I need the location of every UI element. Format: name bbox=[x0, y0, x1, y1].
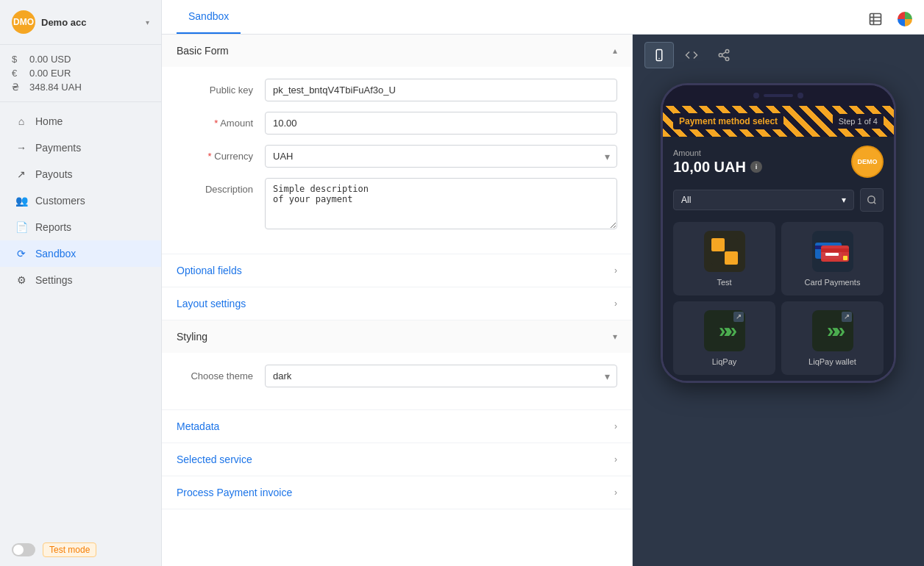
payment-method-label: Payment method select bbox=[673, 113, 783, 129]
account-avatar: DMO bbox=[12, 10, 35, 34]
process-payment-row[interactable]: Process Payment invoice › bbox=[162, 476, 632, 509]
top-right-icons bbox=[864, 7, 917, 31]
euro-icon: € bbox=[12, 68, 24, 79]
theme-select[interactable]: dark light bbox=[265, 365, 617, 387]
caret-right-icon-3: › bbox=[614, 421, 617, 431]
public-key-label: Public key bbox=[177, 79, 265, 96]
card-payments-icon bbox=[812, 231, 853, 272]
payment-card-test[interactable]: Test bbox=[673, 222, 775, 295]
svg-rect-17 bbox=[821, 248, 849, 252]
mobile-preview-button[interactable] bbox=[644, 42, 674, 68]
theme-select-wrapper: dark light bbox=[265, 365, 617, 387]
camera-icon bbox=[753, 93, 759, 98]
sidebar-item-reports[interactable]: 📄 Reports bbox=[0, 214, 161, 240]
sidebar-item-sandbox[interactable]: ⟳ Sandbox bbox=[0, 240, 161, 267]
svg-rect-11 bbox=[711, 251, 725, 265]
caret-right-icon: › bbox=[614, 265, 617, 276]
test-squares-icon bbox=[708, 235, 741, 268]
currency-label: * Currency bbox=[177, 145, 265, 162]
top-tabs: Sandbox bbox=[162, 0, 924, 35]
sidebar-item-home[interactable]: ⌂ Home bbox=[0, 108, 161, 135]
sidebar-item-settings[interactable]: ⚙ Settings bbox=[0, 267, 161, 293]
styling-header[interactable]: Styling ▾ bbox=[162, 320, 632, 353]
svg-point-2 bbox=[725, 50, 729, 54]
sidebar-item-payments-label: Payments bbox=[35, 142, 81, 154]
sidebar-item-reports-label: Reports bbox=[35, 221, 71, 233]
sidebar-item-payouts-label: Payouts bbox=[35, 168, 73, 180]
process-payment-label: Process Payment invoice bbox=[177, 487, 292, 498]
hryvnia-icon: ₴ bbox=[12, 82, 24, 93]
settings-icon: ⚙ bbox=[15, 273, 28, 287]
chevron-down-icon-styling: ▾ bbox=[613, 332, 617, 342]
caret-right-icon-5: › bbox=[614, 487, 617, 498]
sidebar-item-payments[interactable]: → Payments bbox=[0, 135, 161, 161]
main-area: Sandbox Basic Form ▴ Public key bbox=[162, 0, 924, 566]
sidebar-item-customers[interactable]: 👥 Customers bbox=[0, 187, 161, 214]
grid-button[interactable] bbox=[893, 7, 917, 31]
amount-info: Amount 10,00 UAH i bbox=[673, 148, 762, 176]
payouts-icon: ↗ bbox=[15, 168, 28, 181]
phone-screen: Payment method select Step 1 of 4 Amount… bbox=[663, 106, 894, 381]
preview-toolbar bbox=[633, 35, 924, 76]
tab-sandbox[interactable]: Sandbox bbox=[177, 0, 241, 34]
svg-line-8 bbox=[874, 202, 876, 204]
sidebar-item-customers-label: Customers bbox=[35, 195, 85, 207]
external-link-svg-2 bbox=[844, 314, 850, 320]
external-link-icon bbox=[733, 312, 744, 322]
currency-select[interactable]: UAH USD EUR bbox=[265, 145, 617, 168]
share-preview-button[interactable] bbox=[709, 42, 739, 68]
selected-service-row[interactable]: Selected service › bbox=[162, 443, 632, 476]
public-key-row: Public key bbox=[177, 79, 617, 101]
filter-select[interactable]: All ▾ bbox=[673, 190, 854, 210]
toggle-knob bbox=[13, 545, 24, 555]
account-header[interactable]: DMO Demo acc ▾ bbox=[0, 0, 161, 45]
public-key-input[interactable] bbox=[265, 79, 617, 101]
basic-form-header[interactable]: Basic Form ▴ bbox=[162, 35, 632, 67]
test-mode-bar: Test mode bbox=[0, 534, 161, 566]
speaker-icon bbox=[764, 94, 793, 97]
search-button[interactable] bbox=[860, 188, 884, 212]
chevron-up-icon: ▴ bbox=[613, 46, 617, 56]
chevron-down-icon: ▾ bbox=[146, 18, 149, 26]
theme-row: Choose theme dark light bbox=[177, 365, 617, 387]
form-panel: Basic Form ▴ Public key * Amount bbox=[162, 35, 633, 566]
metadata-row[interactable]: Metadata › bbox=[162, 410, 632, 443]
svg-rect-9 bbox=[711, 238, 725, 251]
payment-card-card-payments[interactable]: Card Payments bbox=[781, 222, 884, 295]
sidebar-item-payouts[interactable]: ↗ Payouts bbox=[0, 161, 161, 187]
phone-container: Payment method select Step 1 of 4 Amount… bbox=[633, 76, 924, 566]
code-preview-button[interactable] bbox=[677, 42, 706, 68]
payment-card-liqpay-wallet[interactable]: »» LiqPay wallet bbox=[781, 301, 884, 375]
svg-line-5 bbox=[722, 56, 725, 58]
amount-input[interactable] bbox=[265, 112, 617, 135]
liqpay-wallet-arrows-icon: »» bbox=[824, 319, 841, 343]
payment-card-liqpay[interactable]: »» LiqPay bbox=[673, 301, 775, 375]
svg-rect-20 bbox=[870, 14, 881, 25]
description-row: Description Simple description of your p… bbox=[177, 178, 617, 232]
svg-rect-19 bbox=[843, 256, 847, 260]
description-textarea[interactable]: Simple description of your payment bbox=[265, 178, 617, 229]
layout-settings-label: Layout settings bbox=[177, 298, 246, 309]
svg-point-1 bbox=[658, 58, 660, 60]
sidebar: DMO Demo acc ▾ $ 0.00 USD € 0.00 EUR ₴ 3… bbox=[0, 0, 162, 566]
balances-section: $ 0.00 USD € 0.00 EUR ₴ 348.84 UAH bbox=[0, 45, 161, 102]
credit-cards-icon bbox=[815, 240, 850, 263]
info-badge[interactable]: i bbox=[750, 161, 762, 173]
svg-point-3 bbox=[719, 54, 722, 57]
optional-fields-row[interactable]: Optional fields › bbox=[162, 254, 632, 287]
amount-label: * Amount bbox=[177, 112, 265, 129]
liqpay-wallet-label: LiqPay wallet bbox=[808, 357, 856, 366]
svg-point-4 bbox=[725, 57, 729, 61]
test-mode-toggle[interactable] bbox=[12, 543, 35, 556]
customers-icon: 👥 bbox=[15, 194, 28, 207]
sidebar-item-sandbox-label: Sandbox bbox=[35, 248, 76, 259]
balance-uah: ₴ 348.84 UAH bbox=[12, 82, 149, 93]
document-icon bbox=[868, 12, 883, 26]
phone-notch bbox=[663, 85, 894, 106]
balance-eur-value: 0.00 EUR bbox=[29, 68, 71, 79]
filter-label: All bbox=[681, 195, 691, 205]
document-button[interactable] bbox=[864, 7, 887, 31]
layout-settings-row[interactable]: Layout settings › bbox=[162, 287, 632, 320]
preview-panel: Payment method select Step 1 of 4 Amount… bbox=[633, 35, 924, 566]
svg-rect-10 bbox=[725, 238, 738, 251]
